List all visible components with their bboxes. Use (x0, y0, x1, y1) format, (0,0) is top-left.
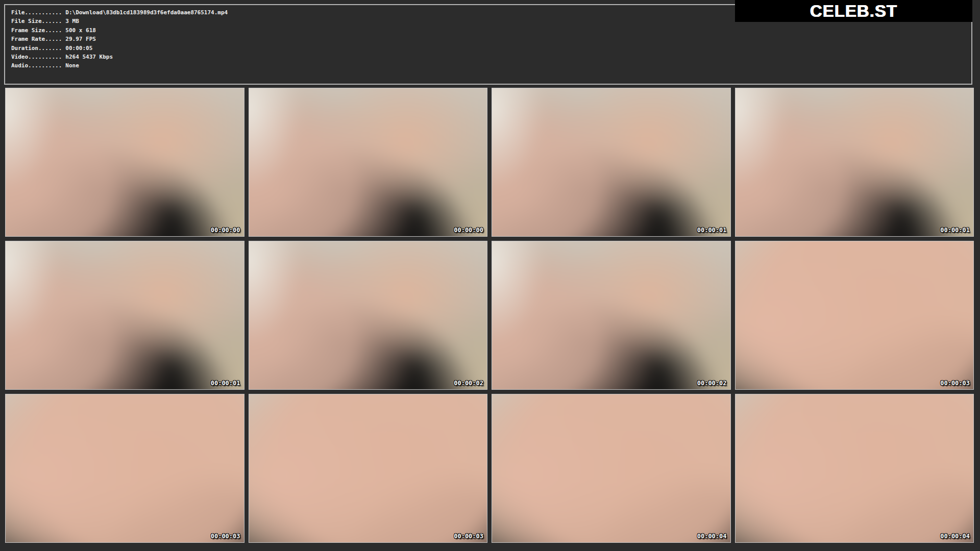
video-thumbnail: 00:00:00 (5, 88, 244, 237)
meta-line: Audio..........None (11, 61, 971, 70)
thumbnail-image-placeholder (492, 241, 731, 390)
thumbnail-image-placeholder (5, 241, 244, 390)
meta-label: Audio.......... (11, 62, 62, 69)
meta-value: None (65, 62, 79, 69)
contact-sheet: File...........D:\Download\83db1cd183989… (0, 0, 980, 551)
video-thumbnail: 00:00:03 (5, 394, 244, 543)
thumbnail-image-placeholder (5, 394, 244, 543)
thumbnail-image-placeholder (249, 88, 488, 237)
video-thumbnail: 00:00:04 (492, 394, 731, 543)
video-thumbnail: 00:00:02 (249, 241, 488, 390)
site-logo: CELEB.ST (735, 0, 972, 22)
timestamp-overlay: 00:00:03 (211, 533, 240, 540)
timestamp-overlay: 00:00:00 (454, 227, 483, 234)
timestamp-overlay: 00:00:03 (940, 380, 970, 387)
video-thumbnail: 00:00:01 (492, 88, 731, 237)
meta-value: 3 MB (65, 18, 79, 24)
meta-line: Frame Size.....500 x 618 (11, 26, 971, 35)
meta-label: Frame Size..... (11, 27, 62, 34)
meta-value: 29.97 FPS (65, 36, 96, 42)
timestamp-overlay: 00:00:04 (940, 533, 970, 540)
thumbnail-grid: 00:00:00 00:00:00 00:00:01 00:00:01 00:0… (5, 88, 974, 543)
timestamp-overlay: 00:00:02 (697, 380, 727, 387)
meta-line: Frame Rate.....29.97 FPS (11, 35, 971, 43)
meta-line: Video..........h264 5437 Kbps (11, 53, 971, 61)
video-thumbnail: 00:00:02 (492, 241, 731, 390)
meta-label: File Size...... (11, 18, 62, 24)
thumbnail-image-placeholder (735, 241, 974, 390)
meta-label: Frame Rate..... (11, 36, 62, 42)
timestamp-overlay: 00:00:01 (697, 227, 727, 234)
meta-value: 00:00:05 (65, 45, 92, 52)
meta-label: Video.......... (11, 54, 62, 60)
thumbnail-image-placeholder (249, 394, 488, 543)
meta-label: File........... (11, 9, 62, 16)
video-thumbnail: 00:00:03 (735, 241, 974, 390)
thumbnail-image-placeholder (735, 88, 974, 237)
thumbnail-image-placeholder (492, 88, 731, 237)
thumbnail-image-placeholder (5, 88, 244, 237)
meta-value: 500 x 618 (65, 27, 96, 34)
timestamp-overlay: 00:00:00 (211, 227, 240, 234)
thumbnail-image-placeholder (735, 394, 974, 543)
meta-line: Duration.......00:00:05 (11, 44, 971, 53)
thumbnail-image-placeholder (249, 241, 488, 390)
timestamp-overlay: 00:00:03 (454, 533, 483, 540)
video-thumbnail: 00:00:03 (249, 394, 488, 543)
timestamp-overlay: 00:00:01 (940, 227, 970, 234)
meta-value: D:\Download\83db1cd183989d3f6efda0aae876… (65, 9, 228, 16)
timestamp-overlay: 00:00:02 (454, 380, 483, 387)
video-thumbnail: 00:00:04 (735, 394, 974, 543)
meta-value: h264 5437 Kbps (65, 54, 113, 60)
timestamp-overlay: 00:00:04 (697, 533, 727, 540)
video-thumbnail: 00:00:00 (249, 88, 488, 237)
video-thumbnail: 00:00:01 (735, 88, 974, 237)
thumbnail-image-placeholder (492, 394, 731, 543)
site-logo-text: CELEB.ST (810, 2, 897, 21)
video-thumbnail: 00:00:01 (5, 241, 244, 390)
timestamp-overlay: 00:00:01 (211, 380, 240, 387)
meta-label: Duration....... (11, 45, 62, 52)
